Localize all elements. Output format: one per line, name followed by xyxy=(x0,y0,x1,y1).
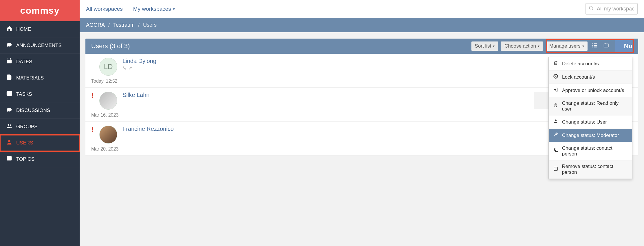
logo-bar: commsy xyxy=(0,0,80,21)
sidebar-item-discussions[interactable]: DISCUSSIONS xyxy=(0,102,80,119)
user-name-link[interactable]: Linda Dylong xyxy=(122,58,156,64)
caret-down-icon: ▾ xyxy=(493,44,495,48)
menu-item-label: Change status: Moderator xyxy=(562,133,619,138)
avatar: LD xyxy=(99,58,117,76)
alert-icon: ! xyxy=(91,126,94,133)
svg-rect-14 xyxy=(594,44,597,44)
home-icon xyxy=(5,25,13,33)
tag-icon xyxy=(5,155,13,163)
manage-users-dropdown: Delete account/sLock account/sApprove or… xyxy=(548,57,632,179)
sidebar-item-groups[interactable]: GROUPS xyxy=(0,119,80,135)
menu-item-label: Lock account/s xyxy=(562,74,595,80)
menu-item-label: Delete account/s xyxy=(562,61,599,67)
breadcrumb-separator: / xyxy=(108,22,110,28)
choose-action-label: Choose action xyxy=(504,43,536,49)
sidebar-item-label: TOPICS xyxy=(16,156,34,162)
nu-section[interactable]: Nu xyxy=(615,40,632,52)
square-icon xyxy=(553,166,559,173)
svg-rect-16 xyxy=(594,45,597,46)
menu-item-5[interactable]: Change status: Moderator xyxy=(549,129,632,142)
breadcrumb: AGORA / Testraum / Users xyxy=(80,18,644,32)
choose-action-button[interactable]: Choose action ▾ xyxy=(501,41,543,51)
nu-label: Nu xyxy=(624,42,632,50)
sidebar: commsy HOMEANNOUNCEMENTSDATESMATERIALSTA… xyxy=(0,0,80,246)
sidebar-item-users[interactable]: USERS xyxy=(0,135,80,151)
ban-icon xyxy=(553,74,559,80)
menu-item-label: Change status: Read only user xyxy=(562,100,628,112)
manage-users-label: Manage users xyxy=(549,43,581,49)
file-icon xyxy=(5,74,13,82)
menu-item-1[interactable]: Lock account/s xyxy=(549,70,632,84)
sidebar-item-home[interactable]: HOME xyxy=(0,21,80,37)
wrench-icon xyxy=(553,132,559,139)
sidebar-item-label: DATES xyxy=(16,59,32,65)
sidebar-item-topics[interactable]: TOPICS xyxy=(0,151,80,167)
breadcrumb-current: Users xyxy=(143,22,157,28)
svg-rect-15 xyxy=(592,45,593,46)
nav-my-workspaces[interactable]: My workspaces ▾ xyxy=(133,6,175,12)
search-box[interactable]: All my workspac xyxy=(586,3,638,15)
panel-header: Users (3 of 3) Sort list ▾ Choose action… xyxy=(85,39,638,54)
alert-icon: ! xyxy=(91,92,94,100)
logo-text: commsy xyxy=(20,5,60,16)
check-icon xyxy=(5,90,13,98)
menu-item-label: Change status: contact person xyxy=(562,145,628,157)
user-name-link[interactable]: Silke Lahn xyxy=(122,92,149,98)
breadcrumb-room[interactable]: Testraum xyxy=(113,22,135,28)
panel-actions: Sort list ▾ Choose action ▾ Manage users… xyxy=(471,41,632,51)
menu-item-label: Approve or unlock account/s xyxy=(562,88,624,93)
menu-item-2[interactable]: Approve or unlock account/s xyxy=(549,84,632,97)
secret-icon xyxy=(553,103,559,110)
trash-icon xyxy=(553,60,559,67)
nav-my-workspaces-label: My workspaces xyxy=(133,6,171,12)
menu-item-6[interactable]: Change status: contact person xyxy=(549,142,632,160)
manage-users-button[interactable]: Manage users ▾ xyxy=(546,41,588,51)
nav-all-workspaces[interactable]: All workspaces xyxy=(86,6,123,12)
avatar xyxy=(99,92,117,110)
sort-list-button[interactable]: Sort list ▾ xyxy=(471,41,498,51)
menu-item-label: Remove status: contact person xyxy=(562,164,628,175)
caret-down-icon: ▾ xyxy=(582,44,584,48)
folder-icon[interactable] xyxy=(602,42,611,50)
sidebar-item-label: DISCUSSIONS xyxy=(16,108,50,113)
sidebar-item-tasks[interactable]: TASKS xyxy=(0,86,80,102)
svg-point-7 xyxy=(8,140,10,142)
svg-rect-22 xyxy=(554,167,557,171)
avatar xyxy=(99,126,117,144)
sidebar-item-label: ANNOUNCEMENTS xyxy=(16,43,62,48)
sort-list-label: Sort list xyxy=(475,43,491,49)
top-nav: All workspaces My workspaces ▾ All my wo… xyxy=(80,0,644,18)
breadcrumb-root[interactable]: AGORA xyxy=(86,22,105,28)
speech-icon xyxy=(5,41,13,49)
svg-line-12 xyxy=(592,9,593,10)
sidebar-item-dates[interactable]: DATES xyxy=(0,54,80,70)
sidebar-item-label: HOME xyxy=(16,26,31,32)
sidebar-item-label: MATERIALS xyxy=(16,75,44,81)
sidebar-item-materials[interactable]: MATERIALS xyxy=(0,70,80,86)
caret-down-icon: ▾ xyxy=(538,44,539,48)
search-placeholder: All my workspac xyxy=(597,6,634,12)
sidebar-item-announcements[interactable]: ANNOUNCEMENTS xyxy=(0,37,80,54)
sidebar-item-label: TASKS xyxy=(16,91,32,97)
svg-rect-18 xyxy=(594,47,597,48)
user-icon xyxy=(553,119,559,125)
svg-point-11 xyxy=(589,6,592,9)
menu-item-4[interactable]: Change status: User xyxy=(549,115,632,129)
content-area: Users (3 of 3) Sort list ▾ Choose action… xyxy=(80,32,644,246)
users-icon xyxy=(5,123,13,131)
user-name-link[interactable]: Francine Rezzonico xyxy=(122,126,174,132)
sidebar-item-label: GROUPS xyxy=(16,124,38,130)
breadcrumb-separator: / xyxy=(138,22,140,28)
list-view-icon[interactable] xyxy=(590,42,599,50)
menu-item-label: Change status: User xyxy=(562,119,607,125)
chevron-down-icon: ▾ xyxy=(173,7,175,11)
user-icon xyxy=(5,139,13,147)
panel-title: Users (3 of 3) xyxy=(91,42,130,50)
menu-item-3[interactable]: Change status: Read only user xyxy=(549,97,632,115)
svg-line-20 xyxy=(554,75,557,78)
menu-item-0[interactable]: Delete account/s xyxy=(549,57,632,70)
menu-item-7[interactable]: Remove status: contact person xyxy=(549,160,632,179)
phone-icon xyxy=(553,148,559,155)
svg-rect-13 xyxy=(592,44,593,44)
svg-rect-17 xyxy=(592,47,593,48)
